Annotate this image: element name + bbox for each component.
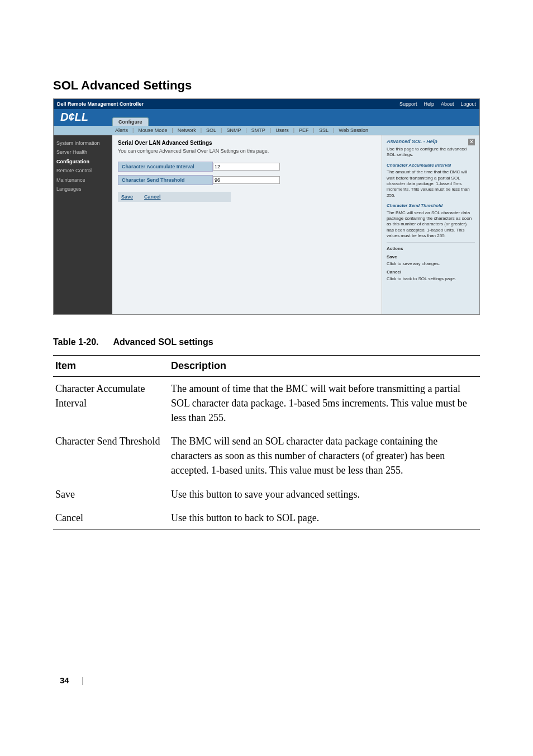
settings-table: Item Description Character Accumulate In… (53, 355, 480, 530)
link-logout[interactable]: Logout (460, 101, 476, 107)
window-title-bar: Dell Remote Management Controller Suppor… (54, 99, 479, 109)
help-cancel-text: Click to back to SOL settings page. (387, 276, 475, 282)
help-actions-header: Actions (387, 246, 475, 252)
cell-item: Save (53, 483, 169, 506)
help-save-title: Save (387, 254, 475, 260)
sidebar: System Information Server Health Configu… (54, 135, 112, 314)
action-buttons: Save Cancel (118, 192, 231, 202)
help-sec1-title: Character Accumulate Interval (387, 163, 475, 168)
cell-desc: Use this button to save your advanced se… (169, 483, 480, 506)
subtab-ssl[interactable]: SSL (319, 127, 329, 133)
sidebar-item-server-health[interactable]: Server Health (56, 148, 110, 157)
cell-desc: Use this button to back to SOL page. (169, 506, 480, 530)
subtab-smtp[interactable]: SMTP (251, 127, 265, 133)
field-row: Character Send Threshold (118, 175, 319, 185)
help-title: Asvanced SOL - Help (387, 139, 437, 145)
sidebar-item-maintenance[interactable]: Maintenance (56, 176, 110, 185)
link-about[interactable]: About (441, 101, 454, 107)
help-sec1-text: The amount of the time that the BMC will… (387, 169, 475, 199)
top-links: Support Help About Logout (399, 101, 476, 107)
table-number: Table 1-20. (53, 337, 99, 347)
brand-row: D¢LL Configure (54, 109, 479, 126)
table-row: Character Accumulate Interval The amount… (53, 377, 480, 430)
subtab-sol[interactable]: SOL (206, 127, 216, 133)
subtab-users[interactable]: Users (275, 127, 289, 133)
label-char-send-threshold: Character Send Threshold (118, 175, 213, 185)
col-header-item: Item (53, 356, 169, 377)
table-title: Advanced SOL settings (113, 337, 213, 347)
subtab-snmp[interactable]: SNMP (226, 127, 241, 133)
help-panel: Asvanced SOL - Help X Use this page to c… (382, 135, 479, 314)
input-char-send-threshold[interactable] (213, 176, 280, 184)
table-row: Save Use this button to save your advanc… (53, 483, 480, 506)
subtab-websession[interactable]: Web Session (339, 127, 368, 133)
sub-tabs: Alerts| Mouse Mode| Network| SOL| SNMP| … (54, 126, 479, 135)
cancel-button[interactable]: Cancel (144, 194, 161, 200)
input-char-accum-interval[interactable] (213, 163, 280, 171)
table-caption: Table 1-20. Advanced SOL settings (53, 337, 480, 347)
link-support[interactable]: Support (399, 101, 417, 107)
separator-bar: | (82, 675, 84, 685)
page-title: Serial Over LAN Advanced Settings (118, 140, 376, 146)
cell-item: Cancel (53, 506, 169, 530)
help-intro: Use this page to configure the advanced … (387, 147, 475, 158)
main-content: Serial Over LAN Advanced Settings You ca… (112, 135, 382, 314)
link-help[interactable]: Help (423, 101, 434, 107)
cell-desc: The amount of time that the BMC will wai… (169, 377, 480, 430)
page-footer: 34 | (53, 675, 480, 685)
help-sec2-text: The BMC will send an SOL character data … (387, 210, 475, 239)
screenshot: Dell Remote Management Controller Suppor… (53, 98, 480, 315)
window-title: Dell Remote Management Controller (57, 101, 399, 107)
save-button[interactable]: Save (121, 194, 133, 200)
sidebar-item-configuration[interactable]: Configuration (56, 157, 110, 166)
dell-logo: D¢LL (54, 111, 112, 126)
cell-item: Character Accumulate Interval (53, 377, 169, 430)
label-char-accum-interval: Character Accumulate Interval (118, 162, 213, 172)
page-description: You can configure Advanced Serial Over L… (118, 148, 376, 154)
subtab-alerts[interactable]: Alerts (115, 127, 128, 133)
sidebar-item-remote-control[interactable]: Remote Control (56, 166, 110, 175)
tab-configure[interactable]: Configure (112, 117, 149, 126)
subtab-mousemode[interactable]: Mouse Mode (138, 127, 167, 133)
field-row: Character Accumulate Interval (118, 162, 319, 172)
help-cancel-title: Cancel (387, 270, 475, 275)
col-header-desc: Description (169, 356, 480, 377)
close-icon[interactable]: X (468, 139, 475, 145)
sidebar-item-system-info[interactable]: System Information (56, 139, 110, 148)
section-heading: SOL Advanced Settings (53, 78, 480, 93)
page-number: 34 (60, 675, 69, 685)
subtab-network[interactable]: Network (178, 127, 196, 133)
table-row: Cancel Use this button to back to SOL pa… (53, 506, 480, 530)
cell-desc: The BMC will send an SOL character data … (169, 429, 480, 482)
sidebar-item-languages[interactable]: Languages (56, 185, 110, 193)
help-save-text: Click to save any changes. (387, 261, 475, 267)
help-sec2-title: Character Send Threshold (387, 203, 475, 209)
subtab-pef[interactable]: PEF (299, 127, 309, 133)
cell-item: Character Send Threshold (53, 429, 169, 482)
table-row: Character Send Threshold The BMC will se… (53, 429, 480, 482)
